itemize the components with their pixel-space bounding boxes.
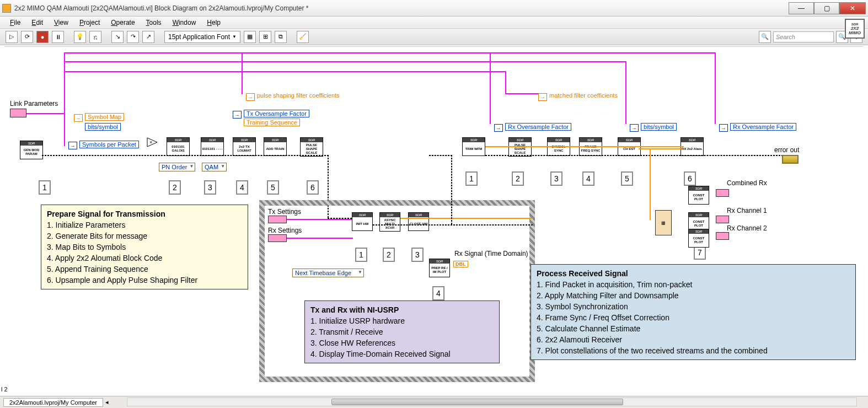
tx-settings-label: Tx Settings xyxy=(268,208,301,216)
unbundle-arrow-matched: → xyxy=(538,93,547,101)
badge-hw-4: 4 xyxy=(432,286,444,300)
step-into-button[interactable]: ↘ xyxy=(111,31,124,43)
align-button[interactable]: ▦ xyxy=(244,31,256,43)
unbundle-arrow-2: → xyxy=(68,142,77,149)
link-parameters-terminal[interactable] xyxy=(10,109,26,117)
reorder-button[interactable]: ⧉ xyxy=(275,31,287,43)
bits-symbol-label: bits/symbol xyxy=(85,123,121,131)
link-parameters-label: Link Parameters xyxy=(10,100,58,108)
menu-help[interactable]: Help xyxy=(202,18,225,28)
unbundle-arrow-3: → xyxy=(233,111,242,119)
close-button[interactable]: ✕ xyxy=(839,2,866,14)
sdr-tx-aloumati[interactable]: SDR2x2 TX LOUMAT xyxy=(233,137,256,156)
menubar: File Edit View Project Operate Tools Win… xyxy=(0,17,868,29)
menu-file[interactable]: File xyxy=(6,18,25,28)
unbundle-rx-ov: → xyxy=(494,124,503,132)
unbundle-rx-ov2: → xyxy=(719,124,728,132)
sdr-const-plot-3[interactable]: SDRCONST PLOT xyxy=(688,229,709,248)
highlight-exec-button[interactable]: 💡 xyxy=(74,31,86,43)
usrp-panel: Tx and Rx with NI-USRP 1. Initialize USR… xyxy=(304,300,500,363)
sdr-init-hw[interactable]: SDRINIT HW xyxy=(352,212,373,231)
sdr-trim[interactable]: SDRTRIM WFM xyxy=(462,137,485,156)
project-tab[interactable]: 2x2Alamouti.lvproj/My Computer xyxy=(3,398,103,407)
badge-tx-2: 2 xyxy=(169,180,181,195)
multiply-node[interactable]: × xyxy=(147,137,158,147)
cleanup-button[interactable]: 🧹 xyxy=(297,31,309,43)
sdr-add-train[interactable]: SDRADD TRAIN xyxy=(264,137,287,156)
tx-settings-terminal[interactable] xyxy=(268,216,287,223)
sdr-qam-map[interactable]: SDR0101101 · · · · xyxy=(201,137,224,156)
matched-coef-label: matched filter coefficients xyxy=(549,92,618,99)
titlebar: 2x2 MIMO QAM Alamouti [2x2QAMAlamouti.vi… xyxy=(0,0,868,17)
combined-rx-label: Combined Rx xyxy=(727,179,767,187)
pulse-coef-label: pulse shaping filter coefficients xyxy=(257,92,340,99)
sdr-const-plot-2[interactable]: SDRCONST PLOT xyxy=(688,212,709,231)
bits-symbol2-label: bits/symbol xyxy=(641,123,677,131)
unbundle-bits2: → xyxy=(630,124,639,132)
rx-oversample2-label: Rx Oversample Factor xyxy=(730,123,796,131)
sdr-close-hw[interactable]: SDRCLOSE HW xyxy=(408,212,429,231)
menu-window[interactable]: Window xyxy=(168,18,201,28)
timebase-dropdown[interactable]: Next Timebase Edge xyxy=(292,269,364,277)
sdr-rx-alamouti[interactable]: SDRRX 2x2 Alam. xyxy=(681,137,704,156)
dbl-indicator[interactable]: DBL xyxy=(453,261,468,267)
run-cont-button[interactable]: ⟳ xyxy=(21,31,33,43)
retain-wire-button[interactable]: ⎌ xyxy=(89,31,101,43)
rx-settings-label: Rx Settings xyxy=(268,227,302,234)
symbols-per-packet-label: Symbols per Packet xyxy=(79,141,139,148)
sdr-prep-plot[interactable]: SDRPREP RE / IM PLOT xyxy=(429,259,450,277)
menu-project[interactable]: Project xyxy=(75,18,104,28)
unbundle-arrow-1: → xyxy=(74,114,83,122)
h-scrollbar[interactable] xyxy=(127,398,857,406)
distribute-button[interactable]: ⊞ xyxy=(259,31,271,43)
combined-rx-terminal[interactable] xyxy=(716,189,729,197)
rx-ch1-terminal[interactable] xyxy=(716,216,729,223)
menu-view[interactable]: View xyxy=(50,18,73,28)
block-diagram-canvas[interactable]: Link Parameters → Symbol Map bits/symbol… xyxy=(4,46,864,394)
badge-tx-6: 6 xyxy=(307,180,319,195)
search-input[interactable]: Search xyxy=(773,31,834,42)
menu-tools[interactable]: Tools xyxy=(142,18,166,28)
sdr-pulse-shape[interactable]: SDRPULSE SHAPE SCALE xyxy=(300,137,323,157)
sdr-gen-mod-param[interactable]: SDRGEN MOD PARAM xyxy=(20,141,43,159)
minimize-button[interactable]: — xyxy=(789,2,814,14)
sdr-galois[interactable]: SDR0101101 GALOIS xyxy=(167,137,190,156)
clip-label: l 2 xyxy=(1,386,8,393)
window-title: 2x2 MIMO QAM Alamouti [2x2QAMAlamouti.vi… xyxy=(14,4,789,12)
badge-tx-3: 3 xyxy=(204,180,216,195)
qam-dropdown[interactable]: QAM xyxy=(202,163,227,171)
abort-button[interactable]: ● xyxy=(36,31,49,43)
step-out-button[interactable]: ↗ xyxy=(142,31,154,43)
sdr-async-xcvr[interactable]: SDRASYNC MULTI XCVR xyxy=(379,212,400,232)
maximize-button[interactable]: ▢ xyxy=(814,2,839,14)
rx-signal-label: Rx Signal (Time Domain) xyxy=(454,250,528,257)
font-select[interactable]: 15pt Application Font▼ xyxy=(164,31,240,43)
step-over-button[interactable]: ↷ xyxy=(127,31,139,43)
rx-ch1-label: Rx Channel 1 xyxy=(727,207,767,214)
error-out-terminal[interactable] xyxy=(782,155,799,164)
badge-rx-1: 1 xyxy=(465,171,478,186)
badge-hw-2: 2 xyxy=(383,248,395,262)
run-button[interactable]: ▷ xyxy=(6,31,18,43)
unbundle-arrow-pulse: → xyxy=(246,93,255,101)
prepare-panel: Prepare Signal for Transmission 1. Initi… xyxy=(41,205,248,289)
rx-settings-terminal[interactable] xyxy=(268,234,287,242)
vi-icon[interactable]: SDR 2X2 MIMO xyxy=(845,19,865,39)
badge-rx-3: 3 xyxy=(550,171,562,186)
process-panel: Process Received Signal 1. Find Packet i… xyxy=(531,264,856,360)
badge-hw-1: 1 xyxy=(355,248,367,262)
statusbar: 2x2Alamouti.lvproj/My Computer ◂ xyxy=(0,396,868,408)
badge-hw-3: 3 xyxy=(411,248,424,262)
rx-ch2-terminal[interactable] xyxy=(716,232,729,240)
search-icon[interactable]: 🔍 xyxy=(759,31,771,43)
badge-tx-4: 4 xyxy=(236,180,248,195)
index-array-node[interactable]: ▦ xyxy=(655,210,672,235)
symbol-map-label: Symbol Map xyxy=(85,113,124,121)
pause-button[interactable]: ⏸ xyxy=(52,31,64,43)
svg-text:×: × xyxy=(149,139,152,145)
sdr-const-plot-1[interactable]: SDRCONST PLOT xyxy=(688,186,709,205)
rx-oversample-label: Rx Oversample Factor xyxy=(505,123,571,131)
menu-operate[interactable]: Operate xyxy=(106,18,139,28)
pn-order-dropdown[interactable]: PN Order xyxy=(159,163,195,171)
menu-edit[interactable]: Edit xyxy=(27,18,47,28)
